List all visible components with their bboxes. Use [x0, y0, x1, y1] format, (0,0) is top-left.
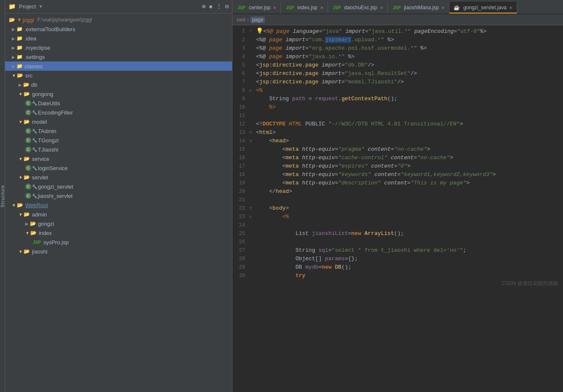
- tree-item-service[interactable]: ▼ 📂 service: [5, 154, 232, 163]
- tree-label-encodingfilter: EncodingFilter: [38, 109, 73, 116]
- tree-item-settings[interactable]: ▶ 📁 .settings: [5, 52, 232, 61]
- tab-close-index[interactable]: ✕: [320, 5, 323, 10]
- tree-item-webroot[interactable]: ▼ 📂 WebRoot: [5, 200, 232, 210]
- tree-item-tjiaoshi[interactable]: C 🔧 TJiaoshi: [5, 145, 232, 154]
- tree-item-tadmin[interactable]: C 🔧 TAdmin: [5, 126, 232, 136]
- breadcrumb-page: page: [251, 16, 265, 23]
- tree-item-model[interactable]: ▼ 📂 model: [5, 117, 232, 126]
- fold-1[interactable]: ⚡: [249, 27, 252, 35]
- code-content-11: [254, 112, 259, 120]
- tab-close-gongzi-servlet[interactable]: ✕: [509, 5, 512, 10]
- tab-center-jsp[interactable]: JSP center.jsp ✕: [232, 2, 281, 13]
- folder-icon: 📁: [16, 45, 23, 51]
- tree-label-model: model: [32, 119, 47, 125]
- implements-icon5: 🔧: [32, 147, 37, 152]
- code-content-16: <meta http-equiv="cache-control" content…: [254, 154, 453, 162]
- tab-index-jsp[interactable]: JSP index.jsp ✕: [281, 2, 328, 13]
- tree-item-tgongzi[interactable]: C 🔧 TGongzi: [5, 136, 232, 145]
- tree-item-loginservice[interactable]: C 🔧 loginService: [5, 163, 232, 173]
- tree-root[interactable]: 📂 ▼ jzggl F:\vue\jsp\wangwei\jzggl: [5, 15, 232, 24]
- tab-close-center[interactable]: ✕: [273, 5, 276, 10]
- tree-item-src[interactable]: ▼ 📂 src: [5, 71, 232, 80]
- code-content-28: Object[] params={};: [254, 255, 358, 263]
- tree-label-tjiaoshi: TJiaoshi: [38, 147, 58, 153]
- editor[interactable]: 1 ⚡ 💡<%@ page language="java" import="ja…: [232, 25, 563, 392]
- java-class-badge: C: [25, 109, 31, 115]
- left-panel: 📁 Project ▼ ⊕ ✱ ⋮ ⊟ 📂 ▼ jzggl F:\vue\jsp…: [5, 0, 232, 392]
- java-class-badge: C: [25, 184, 31, 189]
- tree-item-idea[interactable]: ▶ 📁 .idea: [5, 34, 232, 43]
- tree-label-classes: classes: [24, 63, 43, 69]
- code-line-15: 15 <meta http-equiv="pragma" content="no…: [232, 145, 563, 154]
- java-class-badge: C: [25, 137, 31, 143]
- structure-label: Structure: [0, 185, 5, 208]
- code-line-27: 27 String sql="select * from t_jiaoshi w…: [232, 246, 563, 255]
- code-line-30: 30 try: [232, 272, 563, 280]
- folder-open-icon: 📂: [23, 82, 29, 88]
- tree-item-myeclipse[interactable]: ▶ 📁 .myeclipse: [5, 43, 232, 52]
- structure-sidebar[interactable]: Structure: [0, 0, 5, 392]
- tree-label-jiaoshi-folder: jiaoshi: [32, 248, 48, 255]
- line-num-24: 24: [232, 221, 249, 229]
- code-content-15: <meta http-equiv="pragma" content="no-ca…: [254, 145, 430, 154]
- tree-item-gongzi-folder[interactable]: ▶ 📂 gongzi: [5, 219, 232, 228]
- chevron-icon: ▼: [19, 120, 23, 124]
- tree-item-jiaoshi-folder[interactable]: ▼ 📂 jiaoshi: [5, 247, 232, 256]
- tree-label-gongzi-servlet: gongzi_servlet: [38, 184, 73, 190]
- code-line-11: 11: [232, 112, 563, 120]
- folder-open-icon: 📂: [17, 72, 24, 78]
- folder-open-icon: 📂: [29, 221, 36, 227]
- folder-open-icon: 📂: [24, 119, 30, 125]
- line-num-29: 29: [232, 263, 249, 272]
- tab-gongzi-servlet-java[interactable]: ☕ gongzi_servlet.java ✕: [449, 2, 517, 13]
- implements-icon2: 🔧: [32, 110, 37, 115]
- asterisk-icon[interactable]: ✱: [209, 3, 212, 10]
- java-class-badge: C: [25, 100, 31, 106]
- tab-daochu-jsp[interactable]: JSP daochuExc.jsp ✕: [328, 2, 388, 13]
- code-content-25: List jiaoshiList=new ArrayList();: [254, 229, 404, 238]
- tab-close-jiaoshimana[interactable]: ✕: [441, 5, 445, 10]
- line-num-8: 8: [232, 86, 249, 95]
- tree-item-servlet[interactable]: ▼ 📂 servlet: [5, 173, 232, 182]
- line-num-22: 22: [232, 204, 249, 213]
- java-class-badge: C: [25, 165, 31, 171]
- jsp-tab-icon4: JSP: [392, 5, 402, 10]
- java-tab-icon: ☕: [454, 5, 460, 11]
- project-dropdown-icon[interactable]: ▼: [39, 4, 42, 9]
- folder-open-icon: 📂: [17, 202, 24, 208]
- tree-label: .idea: [24, 35, 36, 42]
- code-line-16: 16 <meta http-equiv="cache-control" cont…: [232, 154, 563, 162]
- line-num-26: 26: [232, 238, 249, 246]
- target-icon[interactable]: ⊕: [202, 3, 205, 10]
- root-label: jzggl: [23, 17, 34, 23]
- folder-open-icon: 📂: [24, 248, 30, 254]
- tree-item-gongong[interactable]: ▼ 📂 gongong: [5, 89, 232, 99]
- tree-item-syspro[interactable]: JSP sysPro.jsp: [5, 237, 232, 247]
- tree-item-dateutils[interactable]: C 🔧 DateUtils: [5, 99, 232, 108]
- tree-label-dateutils: DateUtils: [38, 100, 60, 107]
- collapse-icon[interactable]: ⊟: [225, 3, 229, 10]
- tree-item-index-folder[interactable]: ▼ 📂 index: [5, 228, 232, 237]
- java-class-badge: C: [25, 193, 31, 199]
- tree-item-classes[interactable]: ▶ 📁 classes: [5, 61, 232, 71]
- tree-item-admin[interactable]: ▼ 📂 admin: [5, 210, 232, 219]
- tree-item-encodingfilter[interactable]: C 🔧 EncodingFilter: [5, 108, 232, 117]
- more-icon[interactable]: ⋮: [216, 3, 222, 10]
- tree-item-external[interactable]: ▶ 📁 .externalToolBuilders: [5, 24, 232, 34]
- tree-label-servlet: servlet: [32, 174, 48, 181]
- tree-item-db[interactable]: ▶ 📂 db: [5, 80, 232, 89]
- chevron-icon: ▶: [19, 83, 22, 87]
- chevron-icon: ▶: [25, 221, 29, 226]
- folder-open-icon: 📂: [30, 230, 37, 236]
- line-num-13: 13: [232, 128, 249, 137]
- code-line-5: 5 <jsp:directive.page import="db.DB"/>: [232, 61, 563, 69]
- tree-item-jiaoshi-servlet[interactable]: C 🔧 jiaoshi_servlet: [5, 191, 232, 200]
- chevron-icon: ▶: [12, 64, 15, 69]
- line-num-25: 25: [232, 229, 249, 238]
- tab-jiaoshimana-jsp[interactable]: JSP jiaoshiMana.jsp ✕: [388, 2, 450, 13]
- folder-open-icon: 📂: [24, 211, 30, 217]
- tree-item-gongzi-servlet[interactable]: C 🔧 gongzi_servlet: [5, 182, 232, 191]
- code-content-7: <jsp:directive.page import="model.TJiaos…: [254, 78, 404, 86]
- tab-close-daochu[interactable]: ✕: [380, 5, 383, 10]
- code-content-6: <jsp:directive.page import="java.sql.Res…: [254, 69, 417, 78]
